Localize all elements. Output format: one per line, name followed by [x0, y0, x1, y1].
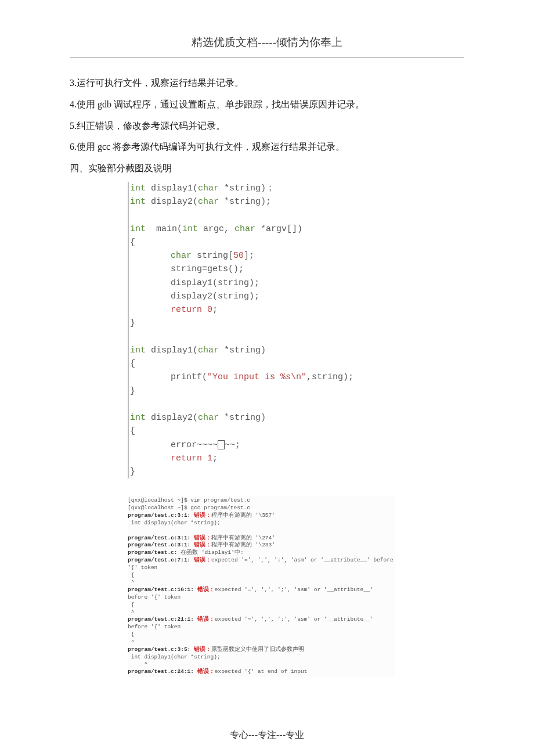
paragraph-5: 5.纠正错误，修改参考源代码并记录。	[70, 116, 464, 137]
term-line: ^	[128, 661, 147, 667]
code-txt: {	[130, 237, 135, 247]
term-line: ^	[128, 579, 134, 585]
paragraph-6: 6.使用 gcc 将参考源代码编译为可执行文件，观察运行结果并记录。	[70, 136, 464, 158]
code-kw: int	[182, 224, 198, 234]
code-txt: display1(	[146, 345, 198, 355]
code-txt: {	[130, 426, 135, 436]
code-txt: display2(	[146, 413, 198, 423]
term-error: 错误：	[197, 586, 215, 593]
term-line: program/test.c:3:1:	[128, 512, 194, 519]
body-text: 3.运行可执行文件，观察运行结果并记录。 4.使用 gdb 调试程序，通过设置断…	[70, 73, 464, 179]
paragraph-4: 4.使用 gdb 调试程序，通过设置断点、单步跟踪，找出错误原因并记录。	[70, 94, 464, 116]
term-line: [qxx@localhost ~]$ gcc program/test.c	[128, 505, 250, 511]
term-line: expected '{' at end of input	[215, 668, 308, 675]
term-line: program/test.c:7:1:	[128, 557, 194, 563]
code-txt: argc,	[198, 224, 234, 234]
code-kw: char	[198, 197, 219, 207]
code-num: 1	[202, 453, 212, 463]
code-kw: int	[130, 197, 146, 207]
terminal-output: [qxx@localhost ~]$ vim program/test.c [q…	[128, 496, 395, 677]
code-num: 50	[233, 251, 244, 261]
code-txt: display2(string);	[171, 291, 259, 301]
term-error: 错误：	[194, 512, 211, 519]
term-line: [qxx@localhost ~]$ vim program/test.c	[128, 497, 250, 503]
term-error: 错误：	[194, 542, 211, 548]
term-line: program/test.c:21:1:	[128, 616, 197, 622]
page-footer: 专心---专注---专业	[70, 729, 464, 741]
paragraph-3: 3.运行可执行文件，观察运行结果并记录。	[70, 73, 464, 94]
code-txt: *string);	[219, 197, 271, 207]
term-line: program/test.c:16:1:	[128, 586, 197, 593]
term-line: program/test.c:3:5:	[128, 646, 194, 653]
code-kw: char	[198, 413, 219, 423]
term-line: 在函数 'display1'中:	[181, 549, 243, 556]
code-txt: ;	[212, 453, 218, 463]
code-kw: int	[130, 413, 146, 423]
code-kw: int	[130, 183, 146, 193]
page-header: 精选优质文档-----倾情为你奉上	[70, 35, 464, 57]
term-line: 程序中有游离的 '\357'	[211, 512, 275, 519]
code-txt: }	[130, 467, 135, 477]
code-txt: display1(string);	[171, 278, 259, 288]
code-txt: ~~;	[225, 440, 240, 450]
term-line: ^	[128, 639, 134, 645]
code-kw: int	[130, 345, 146, 355]
term-error: 错误：	[197, 616, 215, 622]
term-line: ^	[128, 609, 134, 615]
code-txt: printf(	[171, 372, 207, 382]
term-error: 错误：	[194, 646, 211, 653]
term-line: {	[128, 631, 134, 638]
term-line: int display1(char *string);	[128, 520, 221, 526]
code-txt: *argv[])	[255, 224, 302, 234]
code-str: "You input is %s\n"	[207, 372, 306, 382]
source-code-block: int display1(char *string)； int display2…	[128, 182, 464, 479]
code-kw: return	[171, 305, 202, 315]
cursor-icon	[218, 440, 225, 449]
document-page: 精选优质文档-----倾情为你奉上 3.运行可执行文件，观察运行结果并记录。 4…	[0, 0, 534, 756]
term-line: 程序中有游离的 '\274'	[211, 535, 275, 541]
term-line: 程序中有游离的 '\233'	[211, 542, 275, 548]
term-line: program/test.c:3:1:	[128, 535, 194, 541]
code-txt: ];	[244, 251, 254, 261]
code-txt: ;	[212, 305, 218, 315]
term-line: program/test.c:24:1:	[128, 668, 197, 675]
term-line: program/test.c:3:1:	[128, 542, 194, 548]
term-line: program/test.c:	[128, 549, 181, 556]
term-error: 错误：	[194, 535, 211, 541]
term-line: {	[128, 602, 134, 608]
code-txt: error~~~~	[171, 440, 218, 450]
code-txt: main(	[146, 224, 182, 234]
code-txt: display1(	[146, 183, 198, 193]
code-txt: ,string);	[306, 372, 353, 382]
code-txt: }	[130, 318, 135, 328]
term-line: {	[128, 572, 134, 578]
code-kw: char	[234, 224, 255, 234]
term-line: 原型函数定义中使用了旧式参数声明	[211, 646, 304, 653]
code-txt: *string)	[219, 413, 266, 423]
code-txt: string=gets();	[171, 264, 244, 274]
code-kw: char	[198, 183, 219, 193]
code-kw: return	[171, 453, 202, 463]
code-txt: *string)	[219, 345, 266, 355]
code-kw: char	[171, 251, 192, 261]
term-error: 错误：	[197, 668, 215, 675]
code-txt: string[	[192, 251, 233, 261]
code-txt: }	[130, 386, 135, 396]
code-txt: {	[130, 359, 135, 369]
code-num: 0	[202, 305, 212, 315]
code-kw: int	[130, 224, 146, 234]
term-line	[128, 527, 131, 534]
code-txt: *string)；	[219, 183, 275, 193]
section-4-title: 四、实验部分截图及说明	[70, 158, 464, 179]
code-txt: display2(	[146, 197, 198, 207]
code-kw: char	[198, 345, 219, 355]
term-line: int display1(char *string);	[128, 654, 221, 660]
term-error: 错误：	[194, 557, 211, 563]
